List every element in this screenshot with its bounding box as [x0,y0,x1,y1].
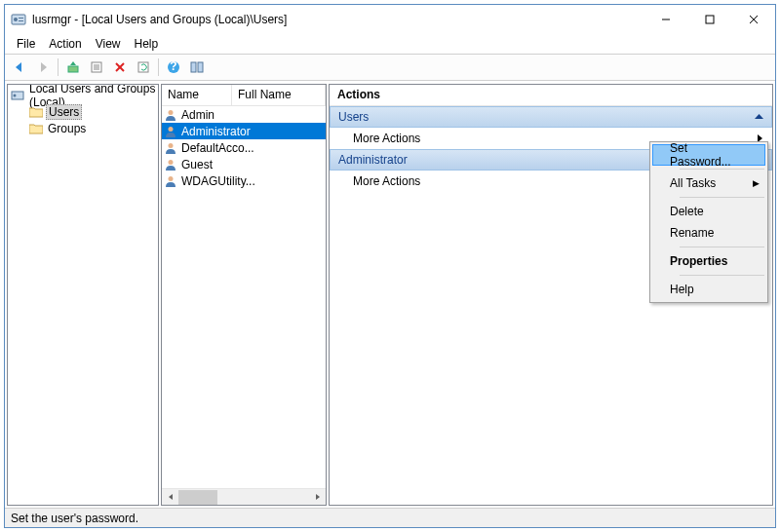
toolbar-separator [58,58,58,76]
window-title: lusrmgr - [Local Users and Groups (Local… [32,13,644,26]
ctx-label: All Tasks [670,176,716,190]
user-name: WDAGUtility... [181,174,255,188]
list-row[interactable]: Admin [162,106,326,123]
delete-button[interactable] [109,57,131,78]
list-row[interactable]: WDAGUtility... [162,172,326,189]
svg-rect-3 [19,20,23,21]
tree-groups[interactable]: Groups [8,120,158,136]
svg-rect-19 [198,62,203,72]
svg-rect-8 [68,66,78,72]
menu-separator [680,275,764,276]
list-header: Name Full Name [162,85,326,106]
menubar: File Action View Help [5,34,775,54]
user-name: Admin [181,108,214,122]
user-icon [164,125,177,138]
svg-point-22 [169,110,174,115]
refresh-button[interactable] [133,57,154,78]
ctx-label: Properties [670,254,727,268]
svg-point-24 [169,143,174,148]
toolbar: ? [5,54,775,81]
back-button[interactable] [9,57,30,78]
list-row[interactable]: Guest [162,156,326,172]
list-pane[interactable]: Name Full Name AdminAdministratorDefault… [161,84,327,506]
scroll-thumb[interactable] [178,490,217,505]
ctx-properties[interactable]: Properties [652,250,765,272]
user-icon [164,108,177,122]
svg-point-23 [169,127,174,132]
menu-separator [680,169,764,170]
chevron-up-icon [755,114,763,120]
menu-separator [680,247,764,247]
list-row[interactable]: DefaultAcco... [162,139,326,156]
app-icon [11,12,26,27]
scroll-right-icon[interactable] [309,489,326,506]
ctx-label: Rename [670,226,714,240]
svg-point-1 [14,18,18,21]
ctx-delete[interactable]: Delete [652,201,765,222]
svg-point-25 [169,160,174,165]
forward-button[interactable] [32,57,54,78]
svg-rect-2 [19,18,23,19]
properties-button[interactable] [86,57,107,78]
col-fullname[interactable]: Full Name [232,85,326,105]
svg-text:?: ? [170,60,176,73]
menu-file[interactable]: File [11,35,41,53]
svg-point-26 [169,176,174,181]
section-label: Administrator [338,153,408,167]
menu-separator [680,197,764,198]
close-button[interactable] [731,5,775,34]
up-button[interactable] [62,57,84,78]
user-name: DefaultAcco... [181,141,254,155]
ctx-label: Help [670,283,694,296]
window-buttons [644,5,775,34]
help-button[interactable]: ? [163,57,184,78]
col-name[interactable]: Name [162,85,232,105]
action-label: More Actions [353,174,420,188]
user-name: Guest [181,158,213,171]
ctx-label: Delete [670,205,704,218]
horizontal-scrollbar[interactable] [162,488,326,505]
list-row[interactable]: Administrator [162,123,326,139]
user-icon [164,141,177,155]
context-menu: Set Password... All Tasks▶ Delete Rename… [649,141,768,303]
ctx-help[interactable]: Help [652,279,765,300]
tree-groups-label: Groups [46,122,88,135]
user-name: Administrator [181,125,251,138]
tree-users-label: Users [46,104,82,120]
ctx-all-tasks[interactable]: All Tasks▶ [652,172,765,194]
status-text: Set the user's password. [11,512,138,525]
svg-rect-5 [706,16,714,23]
ctx-label: Set Password... [670,141,746,169]
user-icon [164,158,177,171]
folder-icon [29,106,43,118]
toolbar-separator [158,58,159,76]
svg-point-21 [14,94,17,96]
statusbar: Set the user's password. [5,508,775,527]
svg-rect-18 [191,62,196,72]
list-body: AdminAdministratorDefaultAcco...GuestWDA… [162,106,326,488]
chevron-right-icon: ▶ [753,178,760,188]
ctx-set-password[interactable]: Set Password... [652,144,765,166]
maximize-button[interactable] [687,5,731,34]
tree-pane[interactable]: Local Users and Groups (Local) Users Gro… [7,84,159,506]
menu-view[interactable]: View [90,35,127,53]
ctx-rename[interactable]: Rename [652,222,765,244]
menu-action[interactable]: Action [43,35,87,53]
section-label: Users [338,110,369,124]
action-label: More Actions [353,132,420,145]
actions-section-users[interactable]: Users [330,106,772,128]
user-icon [164,174,177,188]
show-hide-pane-button[interactable] [186,57,208,78]
scroll-left-icon[interactable] [162,489,178,506]
titlebar: lusrmgr - [Local Users and Groups (Local… [5,5,775,34]
minimize-button[interactable] [644,5,687,34]
actions-header: Actions [330,85,772,106]
folder-icon [29,123,43,134]
menu-help[interactable]: Help [129,35,165,53]
console-icon [11,89,24,102]
tree-root[interactable]: Local Users and Groups (Local) [8,87,158,103]
